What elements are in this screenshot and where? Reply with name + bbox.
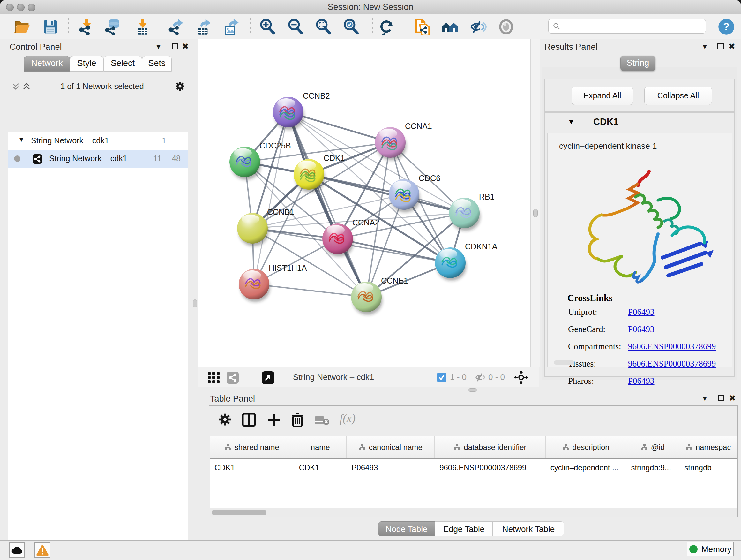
crosslink-value-link[interactable]: P06493 — [628, 376, 655, 386]
add-column-icon[interactable] — [267, 413, 281, 427]
zoom-selected-icon[interactable] — [341, 17, 361, 37]
column-header-description[interactable]: description — [546, 436, 626, 458]
vertical-splitter-right[interactable] — [530, 39, 540, 367]
panel-float-icon[interactable] — [718, 43, 724, 50]
zoom-in-icon[interactable] — [258, 17, 277, 37]
show-columns-icon[interactable] — [242, 413, 256, 427]
network-label: String Network – cdk1 — [49, 154, 127, 163]
hide-selected-icon[interactable] — [468, 17, 488, 37]
panel-close-icon[interactable]: ✖ — [182, 42, 189, 51]
network-options-gear-icon[interactable] — [175, 81, 185, 91]
lens-icon[interactable] — [496, 17, 516, 37]
expand-all-chevron-icon[interactable] — [11, 82, 20, 91]
tab-select[interactable]: Select — [104, 56, 142, 71]
table-hscrollbar-thumb[interactable] — [212, 509, 266, 515]
results-panel-title: Results Panel — [544, 42, 598, 52]
table-cell[interactable]: stringdb — [679, 459, 737, 477]
column-header-canonical-name[interactable]: canonical name — [347, 436, 434, 458]
help-icon[interactable]: ? — [717, 17, 736, 37]
crosslink-value-link[interactable]: 9606.ENSP00000378699 — [628, 359, 716, 369]
gene-section-header[interactable]: ▼ CDK1 — [545, 113, 734, 132]
tab-node-table[interactable]: Node Table — [378, 521, 435, 537]
cloud-status-button[interactable] — [9, 543, 25, 558]
warnings-button[interactable] — [35, 543, 51, 558]
column-header-name[interactable]: name — [294, 436, 347, 458]
delete-table-icon[interactable] — [315, 415, 329, 426]
export-image-icon[interactable] — [221, 17, 241, 37]
collapse-all-button[interactable]: Collapse All — [644, 86, 712, 105]
hidden-counter: 0 - 0 — [488, 372, 505, 382]
tab-style[interactable]: Style — [70, 56, 104, 71]
table-cell[interactable]: CDK1 — [294, 459, 347, 477]
panel-float-icon[interactable] — [172, 43, 178, 50]
memory-button[interactable]: Memory — [687, 542, 734, 557]
open-session-icon[interactable] — [12, 17, 31, 37]
grid-view-icon[interactable] — [207, 372, 220, 384]
tab-string[interactable]: String — [620, 56, 656, 71]
table-cell[interactable]: CDK1 — [210, 459, 294, 477]
results-hscroll-thumb[interactable] — [554, 361, 575, 365]
import-table-icon[interactable] — [132, 17, 152, 37]
hidden-items-icon[interactable] — [475, 373, 486, 382]
network-node-HIST1H1A[interactable]: HIST1H1A — [239, 263, 307, 302]
crosslink-value-link[interactable]: P06493 — [628, 324, 655, 334]
column-header-shared-name[interactable]: shared name — [210, 436, 294, 458]
delete-column-trash-icon[interactable] — [290, 412, 305, 427]
tab-sets[interactable]: Sets — [142, 56, 172, 71]
homes-icon[interactable] — [440, 17, 460, 37]
crosslink-value-link[interactable]: P06493 — [628, 307, 655, 317]
function-builder-icon[interactable]: f(x) — [340, 412, 355, 425]
node-label-CDC6: CDC6 — [419, 174, 441, 183]
column-header-database-identifier[interactable]: database identifier — [434, 436, 546, 458]
network-node-CDKN1A[interactable]: CDKN1A — [435, 242, 497, 281]
network-canvas[interactable]: CCNB2CCNA1CDC25BCDK1CDC6RB1CCNB1CCNA2CDK… — [199, 39, 530, 367]
crosslink-row: Compartments:9606.ENSP00000378699 — [548, 341, 732, 359]
crosslink-value-link[interactable]: 9606.ENSP00000378699 — [628, 341, 716, 352]
crosslink-label: Pharos: — [568, 376, 594, 386]
import-database-icon[interactable] — [103, 17, 123, 37]
table-hscrollbar[interactable] — [210, 508, 737, 516]
zoom-out-icon[interactable] — [286, 17, 306, 37]
table-options-gear-icon[interactable] — [218, 413, 232, 426]
network-collection-row[interactable]: ▼ String Network – cdk1 1 — [8, 132, 188, 150]
fit-content-crosshair-icon[interactable] — [514, 370, 528, 384]
panel-close-icon[interactable]: ✖ — [729, 393, 736, 403]
table-cell[interactable]: 9606.ENSP00000378699 — [434, 459, 546, 477]
network-node-CDC6[interactable]: CDC6 — [389, 174, 441, 212]
tab-network[interactable]: Network — [24, 56, 70, 71]
share-document-icon[interactable] — [412, 17, 432, 37]
panel-collapse-icon[interactable]: ▾ — [703, 42, 707, 51]
network-node-CCNB1[interactable]: CCNB1 — [237, 207, 294, 246]
network-node-RB1[interactable]: RB1 — [449, 192, 495, 231]
network-row-selected[interactable]: String Network – cdk1 11 48 — [8, 150, 188, 168]
column-header-@id[interactable]: @id — [626, 436, 679, 458]
crosslink-label: Uniprot: — [568, 307, 597, 317]
tab-network-table[interactable]: Network Table — [493, 521, 564, 537]
string-view-icon[interactable] — [226, 372, 239, 384]
save-session-icon[interactable] — [41, 17, 60, 37]
table-cell[interactable]: stringdb:9... — [626, 459, 679, 477]
export-network-icon[interactable] — [166, 17, 186, 37]
table-row[interactable]: CDK1CDK1P064939606.ENSP00000378699cyclin… — [210, 459, 737, 477]
search-input[interactable] — [561, 21, 699, 31]
refresh-icon[interactable] — [377, 17, 396, 37]
panel-collapse-icon[interactable]: ▾ — [156, 42, 160, 51]
table-cell[interactable]: P06493 — [347, 459, 434, 477]
collection-expand-icon[interactable]: ▼ — [18, 136, 24, 143]
tab-edge-table[interactable]: Edge Table — [435, 521, 493, 537]
panel-close-icon[interactable]: ✖ — [728, 42, 735, 51]
panel-collapse-icon[interactable]: ▾ — [703, 393, 707, 403]
zoom-fit-icon[interactable] — [313, 17, 333, 37]
network-node-CDK1[interactable]: CDK1 — [293, 153, 345, 192]
section-collapse-icon[interactable]: ▼ — [568, 118, 575, 126]
export-table-icon[interactable] — [193, 17, 213, 37]
table-cell[interactable]: cyclin–dependent ... — [546, 459, 626, 477]
birdseye-view-icon[interactable] — [262, 371, 274, 384]
import-network-icon[interactable] — [77, 17, 96, 37]
expand-all-button[interactable]: Expand All — [571, 86, 633, 105]
selected-nodes-checkbox[interactable] — [437, 373, 447, 382]
panel-float-icon[interactable] — [718, 395, 724, 401]
column-header-namespac[interactable]: namespac — [679, 436, 737, 458]
collapse-all-chevron-icon[interactable] — [22, 82, 30, 91]
node-label-CDKN1A: CDKN1A — [465, 242, 497, 251]
